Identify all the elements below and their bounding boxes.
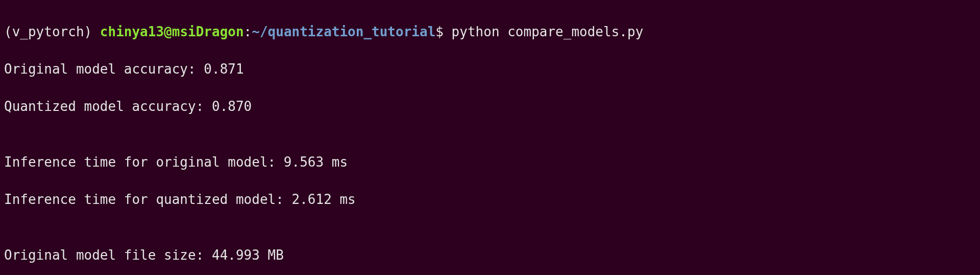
output-line: Inference time for original model: 9.563…	[4, 153, 976, 171]
prompt-line-1: (v_pytorch) chinya13@msiDragon:~/quantiz…	[4, 22, 976, 41]
output-line: Quantized model accuracy: 0.870	[4, 97, 976, 116]
terminal-output[interactable]: (v_pytorch) chinya13@msiDragon:~/quantiz…	[4, 4, 976, 275]
prompt-dollar: $	[435, 24, 451, 39]
prompt-path: ~/quantization_tutorial	[252, 24, 435, 39]
output-line: Inference time for quantized model: 2.61…	[4, 190, 976, 209]
command-text: python compare_models.py	[452, 24, 644, 39]
prompt-userhost: chinya13@msiDragon	[100, 24, 244, 39]
output-line: Original model file size: 44.993 MB	[4, 246, 976, 264]
output-line: Original model accuracy: 0.871	[4, 60, 976, 78]
prompt-env: (v_pytorch)	[4, 24, 100, 39]
prompt-colon: :	[244, 24, 252, 39]
